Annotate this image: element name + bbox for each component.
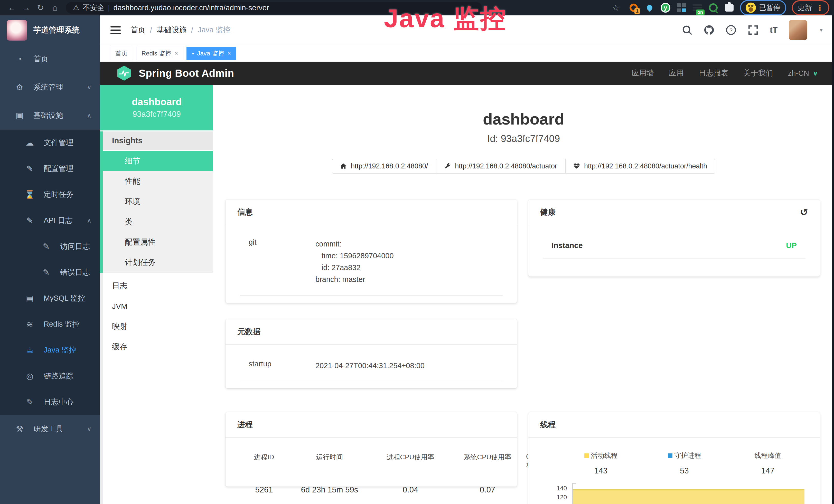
browser-home-icon[interactable]: ⌂: [48, 3, 62, 13]
user-avatar[interactable]: [789, 20, 807, 40]
sidebar-item-mysql[interactable]: ▤ MySQL 监控: [0, 285, 100, 311]
y-circle-icon: y: [661, 3, 671, 13]
cloud-upload-icon: ☁: [25, 138, 35, 147]
browser-forward-icon[interactable]: →: [19, 3, 34, 13]
browser-reload-icon[interactable]: ↻: [34, 3, 48, 13]
toolbox-icon: ⚒: [14, 424, 25, 434]
edit-icon: ✎: [25, 164, 35, 174]
sba-nav-applications[interactable]: 应用: [669, 68, 684, 78]
sba-nav-journal[interactable]: 日志报表: [699, 68, 728, 78]
grid-icon: [677, 3, 686, 12]
chrome-update-button[interactable]: 更新 ⋮: [792, 0, 829, 15]
sba-item-logfile[interactable]: 日志: [100, 276, 213, 296]
sidebar-item-logcenter[interactable]: ✎ 日志中心: [0, 389, 100, 415]
svg-text:?: ?: [729, 27, 732, 33]
sidebar-item-devtools[interactable]: ⚒ 研发工具 ∨: [0, 415, 100, 443]
tag-view-bar: 首页 Redis 监控 × ● Java 监控 ×: [100, 45, 834, 62]
sidebar-item-accesslog[interactable]: ✎ 访问日志: [0, 233, 100, 259]
extensions-puzzle-icon[interactable]: [724, 3, 734, 13]
git-time-line: time: 1596289704000: [315, 250, 394, 261]
extension-list-icon[interactable]: on: [692, 3, 702, 13]
sba-item-metrics[interactable]: 性能: [103, 171, 213, 191]
font-size-icon[interactable]: tT: [770, 25, 777, 35]
sidebar-item-config[interactable]: ✎ 配置管理: [0, 156, 100, 182]
page-scrollbar[interactable]: [832, 16, 834, 504]
sidebar-item-label: 文件管理: [44, 138, 73, 148]
breadcrumb-section[interactable]: 基础设施: [157, 25, 186, 35]
sba-item-configprops[interactable]: 配置属性: [103, 232, 213, 252]
extension-c-icon[interactable]: 1: [629, 3, 639, 13]
sidebar-item-java-monitor[interactable]: ☕ Java 监控: [0, 337, 100, 363]
help-icon[interactable]: ?: [726, 25, 737, 36]
sidebar-item-trace[interactable]: ◎ 链路追踪: [0, 363, 100, 389]
sidebar-item-home[interactable]: ◔ 首页: [0, 45, 100, 73]
tab-home[interactable]: 首页: [110, 47, 133, 60]
col-pid: 进程ID: [241, 453, 287, 479]
profile-paused-chip[interactable]: 已暂停: [740, 0, 786, 16]
extension-magnifier-icon[interactable]: [708, 3, 719, 13]
sidebar-item-system[interactable]: ⚙ 系统管理 ∨: [0, 73, 100, 101]
sba-item-env[interactable]: 环境: [103, 191, 213, 212]
actuator-url: http://192.168.0.2:48080/actuator: [455, 162, 557, 170]
tab-java-monitor[interactable]: ● Java 监控 ×: [186, 47, 236, 60]
sidebar-item-infra[interactable]: ▣ 基础设施 ∧: [0, 101, 100, 130]
sba-item-classes[interactable]: 类: [103, 212, 213, 232]
page-title: dashboard: [213, 110, 834, 128]
browser-back-icon[interactable]: ←: [5, 3, 19, 13]
bookmark-star-icon[interactable]: ☆: [609, 3, 623, 13]
health-key: Instance: [551, 241, 583, 250]
sba-item-details[interactable]: 细节: [103, 151, 213, 171]
health-instance-row[interactable]: Instance UP: [528, 225, 820, 250]
sba-logo-icon: [116, 65, 132, 81]
search-icon[interactable]: [682, 25, 692, 35]
divider: [240, 381, 503, 381]
close-icon[interactable]: ×: [227, 50, 231, 57]
ytick-mark: [569, 488, 572, 488]
sba-item-jvm[interactable]: JVM: [100, 296, 213, 316]
extension-y-icon[interactable]: y: [660, 3, 671, 13]
history-icon[interactable]: ↺: [800, 206, 808, 218]
sidebar-toggle-icon[interactable]: [110, 26, 121, 34]
github-icon[interactable]: [704, 25, 714, 36]
info-git-row: git commit: time: 1596289704000 id: 27aa…: [225, 225, 517, 285]
sidebar-item-job[interactable]: ⌛ 定时任务: [0, 182, 100, 207]
breadcrumb-separator: /: [191, 26, 193, 35]
sba-item-caches[interactable]: 缓存: [100, 337, 213, 357]
tab-redis-monitor[interactable]: Redis 监控 ×: [136, 47, 183, 60]
sidebar-item-errorlog[interactable]: ✎ 错误日志: [0, 259, 100, 285]
chevron-down-icon: ∨: [87, 84, 91, 91]
browser-menu-icon[interactable]: ⋮: [816, 3, 824, 12]
avatar-caret-icon[interactable]: ▼: [818, 27, 824, 33]
sidebar-item-file[interactable]: ☁ 文件管理: [0, 130, 100, 156]
fullscreen-icon[interactable]: [748, 25, 759, 36]
security-label[interactable]: 不安全: [83, 3, 104, 13]
extension-grid-icon[interactable]: [676, 3, 686, 13]
info-card-title: 信息: [225, 200, 517, 225]
health-url-button[interactable]: http://192.168.0.2:48080/actuator/health: [565, 159, 715, 174]
sba-nav-wallboard[interactable]: 应用墙: [632, 68, 654, 78]
service-url: http://192.168.0.2:48080/: [351, 162, 428, 170]
git-commit-line: commit:: [315, 238, 394, 250]
val-process-cpu: 0.04: [372, 485, 449, 495]
breadcrumb-home[interactable]: 首页: [130, 25, 146, 35]
app-logo-row[interactable]: 芋道管理系统: [0, 16, 100, 45]
page-url[interactable]: dashboard.yudao.iocoder.cn/infra/admin-s…: [113, 4, 269, 12]
extension-pin-icon[interactable]: [644, 3, 655, 13]
service-url-button[interactable]: http://192.168.0.2:48080/: [332, 159, 436, 174]
actuator-url-button[interactable]: http://192.168.0.2:48080/actuator: [436, 159, 565, 174]
sidebar-item-apilog[interactable]: ✎ API 日志 ∧: [0, 207, 100, 233]
language-select[interactable]: zh-CN ∨: [788, 69, 818, 77]
close-icon[interactable]: ×: [174, 50, 178, 57]
sidebar-item-label: 日志中心: [44, 397, 73, 407]
sba-item-scheduled[interactable]: 计划任务: [103, 252, 213, 273]
sidebar-item-redis[interactable]: ≋ Redis 监控: [0, 311, 100, 337]
sba-brand[interactable]: Spring Boot Admin: [116, 65, 234, 81]
sba-nav-about[interactable]: 关于我们: [743, 68, 773, 78]
wrench-icon: [444, 163, 451, 169]
on-badge: on: [696, 9, 705, 16]
sba-item-mappings[interactable]: 映射: [100, 316, 213, 337]
instance-header[interactable]: dashboard 93a3fc7f7409: [100, 85, 213, 131]
sidebar-item-label: Java 监控: [44, 345, 76, 356]
health-card: 健康 ↺ Instance UP: [528, 200, 820, 276]
profile-emoji-icon: [746, 3, 756, 13]
